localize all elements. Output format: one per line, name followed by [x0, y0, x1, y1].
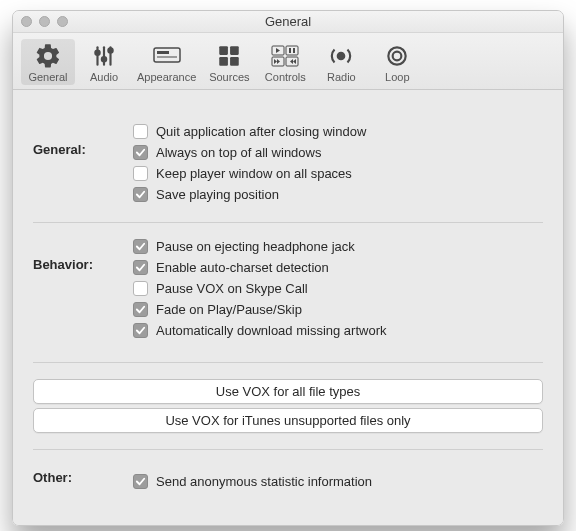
tab-sources[interactable]: Sources: [202, 39, 256, 85]
preferences-toolbar: General Audio Appearance Sources Control…: [13, 33, 563, 90]
tab-radio[interactable]: Radio: [314, 39, 368, 85]
checkbox-label: Save playing position: [156, 187, 279, 202]
checkbox-label: Pause VOX on Skype Call: [156, 281, 308, 296]
content-pane: General: Quit application after closing …: [13, 90, 563, 525]
checkbox[interactable]: [133, 145, 148, 160]
use-vox-all-button[interactable]: Use VOX for all file types: [33, 379, 543, 404]
svg-point-26: [393, 52, 402, 61]
radio-icon: [326, 41, 356, 71]
svg-rect-7: [157, 51, 169, 54]
checkbox-label: Automatically download missing artwork: [156, 323, 386, 338]
tab-label: Sources: [209, 71, 249, 83]
tab-loop[interactable]: Loop: [370, 39, 424, 85]
puzzle-icon: [214, 41, 244, 71]
checkbox-row: Always on top of all windows: [133, 145, 543, 160]
tab-label: General: [28, 71, 67, 83]
svg-marker-22: [293, 59, 296, 64]
svg-marker-23: [290, 59, 293, 64]
svg-rect-12: [230, 57, 239, 66]
tab-label: Audio: [90, 71, 118, 83]
tab-controls[interactable]: Controls: [258, 39, 312, 85]
checkbox[interactable]: [133, 474, 148, 489]
gear-icon: [33, 41, 63, 71]
minimize-window-button[interactable]: [39, 16, 50, 27]
checkbox[interactable]: [133, 323, 148, 338]
section-heading: General:: [33, 118, 133, 157]
appearance-icon: [152, 41, 182, 71]
playback-controls-icon: [270, 41, 300, 71]
svg-rect-6: [154, 48, 180, 62]
section-general: General: Quit application after closing …: [33, 108, 543, 222]
checkbox-label: Enable auto-charset detection: [156, 260, 329, 275]
svg-rect-19: [293, 48, 295, 53]
tab-label: Loop: [385, 71, 409, 83]
svg-rect-14: [286, 46, 298, 55]
tab-label: Controls: [265, 71, 306, 83]
sliders-icon: [89, 41, 119, 71]
svg-rect-10: [230, 46, 239, 55]
svg-marker-20: [274, 59, 277, 64]
svg-marker-17: [276, 48, 280, 53]
window-controls: [21, 16, 68, 27]
svg-point-4: [102, 57, 106, 61]
use-vox-itunes-button[interactable]: Use VOX for iTunes unsupported files onl…: [33, 408, 543, 433]
checkbox-row: Keep player window on all spaces: [133, 166, 543, 181]
checkbox-label: Pause on ejecting headphone jack: [156, 239, 355, 254]
svg-point-5: [108, 48, 112, 52]
checkbox[interactable]: [133, 281, 148, 296]
close-window-button[interactable]: [21, 16, 32, 27]
checkbox[interactable]: [133, 187, 148, 202]
checkbox-row: Fade on Play/Pause/Skip: [133, 302, 543, 317]
loop-icon: [382, 41, 412, 71]
section-heading: Other:: [33, 468, 133, 485]
checkbox[interactable]: [133, 166, 148, 181]
tab-appearance[interactable]: Appearance: [133, 39, 200, 85]
tab-audio[interactable]: Audio: [77, 39, 131, 85]
checkbox-row: Save playing position: [133, 187, 543, 202]
checkbox-row: Enable auto-charset detection: [133, 260, 543, 275]
svg-rect-11: [220, 57, 229, 66]
checkbox-label: Send anonymous statistic information: [156, 474, 372, 489]
svg-rect-9: [220, 46, 229, 55]
svg-rect-18: [289, 48, 291, 53]
file-type-buttons: Use VOX for all file types Use VOX for i…: [33, 362, 543, 450]
checkbox-row: Pause on ejecting headphone jack: [133, 239, 543, 254]
checkbox[interactable]: [133, 124, 148, 139]
tab-general[interactable]: General: [21, 39, 75, 85]
checkbox[interactable]: [133, 260, 148, 275]
section-other: Other: Send anonymous statistic informat…: [33, 458, 543, 495]
checkbox-label: Always on top of all windows: [156, 145, 321, 160]
preferences-window: General General Audio Appearance Sources: [12, 10, 564, 526]
checkbox-row: Automatically download missing artwork: [133, 323, 543, 338]
checkbox-row: Send anonymous statistic information: [133, 474, 543, 489]
section-heading: Behavior:: [33, 233, 133, 272]
checkbox-label: Quit application after closing window: [156, 124, 366, 139]
svg-point-24: [338, 53, 345, 60]
checkbox-row: Pause VOX on Skype Call: [133, 281, 543, 296]
svg-point-3: [95, 51, 99, 55]
svg-rect-8: [157, 56, 177, 58]
svg-marker-21: [277, 59, 280, 64]
section-behavior: Behavior: Pause on ejecting headphone ja…: [33, 222, 543, 358]
titlebar: General: [13, 11, 563, 33]
checkbox-row: Quit application after closing window: [133, 124, 543, 139]
checkbox[interactable]: [133, 302, 148, 317]
tab-label: Appearance: [137, 71, 196, 83]
tab-label: Radio: [327, 71, 356, 83]
checkbox[interactable]: [133, 239, 148, 254]
zoom-window-button[interactable]: [57, 16, 68, 27]
window-title: General: [13, 14, 563, 29]
checkbox-label: Fade on Play/Pause/Skip: [156, 302, 302, 317]
svg-point-25: [389, 47, 406, 64]
checkbox-label: Keep player window on all spaces: [156, 166, 352, 181]
